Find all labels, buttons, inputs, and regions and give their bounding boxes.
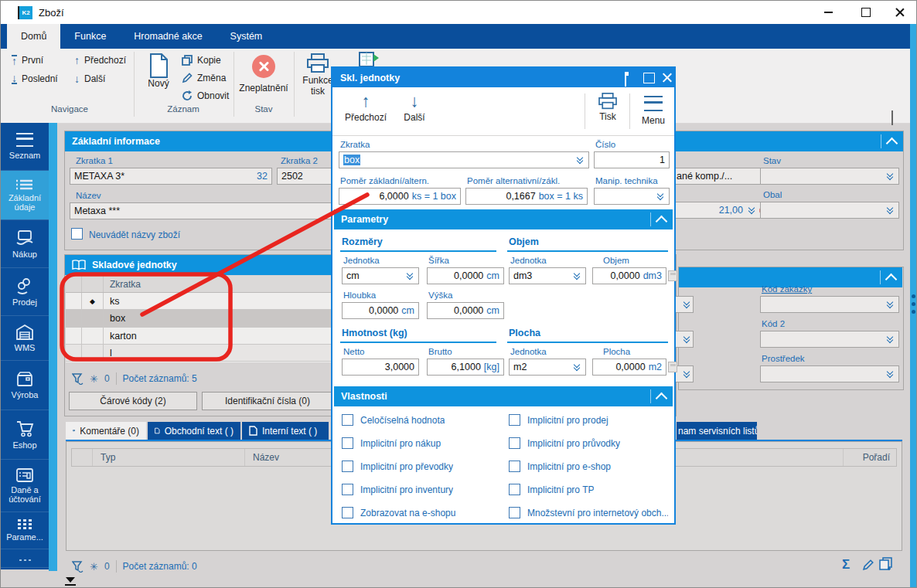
dropdown-arrow-icon[interactable]: [681, 370, 691, 379]
sidebar-item-parametry[interactable]: Parame...: [1, 512, 49, 549]
zkratka-input[interactable]: box: [339, 151, 589, 168]
freeze-filter-icon[interactable]: ✳: [90, 561, 98, 573]
checkbox-implicitni-pro-inventury[interactable]: [342, 484, 353, 495]
maximize-button[interactable]: [848, 1, 883, 24]
collapse-section-icon[interactable]: [656, 392, 668, 404]
ribbon-tab-funkce[interactable]: Funkce: [60, 24, 120, 49]
dropdown-arrow-icon[interactable]: [574, 156, 585, 165]
dialog-next-button[interactable]: ↓ Další: [397, 93, 431, 123]
komp-dropdown[interactable]: ané komp./...: [672, 168, 774, 185]
nav-next-button[interactable]: ↓Další: [74, 73, 105, 84]
sidebar-item-eshop[interactable]: Eshop: [1, 410, 49, 460]
sidebar-item-dane-a-uctovani[interactable]: Daně a účtování: [1, 460, 49, 512]
netto-field[interactable]: 3,0000: [342, 359, 419, 376]
sidebar-item-zakladni-udaje[interactable]: Základní údaje: [1, 171, 49, 220]
tab-interni-text[interactable]: Interní text ( ): [242, 422, 329, 440]
dialog-menu-button[interactable]: Menu: [637, 93, 670, 126]
plocha-field[interactable]: 0,0000 m2: [592, 359, 666, 376]
ribbon-collapse-button[interactable]: [891, 112, 893, 126]
collapse-section-icon[interactable]: [886, 137, 898, 149]
checkbox-implicitni-pro-pruvodky[interactable]: [509, 437, 520, 449]
dialog-titlebar[interactable]: Skl. jednotky: [332, 68, 674, 87]
ribbon-tab-system[interactable]: Systém: [216, 24, 277, 49]
edit-icon[interactable]: [862, 559, 874, 571]
dropdown-arrow-icon[interactable]: [404, 272, 414, 280]
sidebar-item-wms[interactable]: WMS: [1, 316, 49, 361]
dock-window-button[interactable]: [625, 72, 626, 87]
dropdown-arrow-icon[interactable]: [885, 172, 895, 181]
collapse-section-icon[interactable]: [656, 215, 668, 227]
new-record-button[interactable]: Nový: [141, 53, 176, 89]
sidebar-item-prodej[interactable]: Prodej: [1, 268, 49, 316]
splitter-dot[interactable]: [912, 302, 915, 306]
sidebar-item-partial[interactable]: [1, 549, 49, 568]
sirka-field[interactable]: 0,0000 cm: [427, 267, 504, 284]
vlastnosti-header[interactable]: Vlastnosti: [334, 386, 673, 406]
checkbox-celociselna-hodnota[interactable]: [342, 414, 353, 426]
dialog-maximize-button[interactable]: [643, 73, 655, 83]
splitter-dot[interactable]: [912, 294, 915, 298]
sidebar-scroll-down-icon[interactable]: [66, 577, 75, 583]
checkbox-implicitni-pro-prevodky[interactable]: [342, 461, 353, 472]
dropdown-arrow-icon[interactable]: [885, 206, 895, 215]
checkbox-zobrazovat-na-eshopu[interactable]: [342, 507, 353, 518]
filter-icon[interactable]: [72, 373, 84, 385]
dropdown-arrow-icon[interactable]: [571, 363, 581, 372]
filter-icon[interactable]: [72, 561, 84, 573]
pomer2-field[interactable]: 0,1667 box = 1 ks: [465, 188, 588, 205]
tab-komentare[interactable]: Komentáře (0): [66, 422, 146, 440]
ribbon-tab-hromadne-akce[interactable]: Hromadné akce: [120, 24, 216, 49]
tab-obchodni-text[interactable]: Obchodní text ( ): [148, 422, 240, 440]
ribbon-tab-domu[interactable]: Domů: [7, 24, 60, 49]
prostredek-dropdown[interactable]: [760, 365, 899, 382]
cislo-field[interactable]: 1: [594, 151, 670, 168]
nav-last-button[interactable]: ↓Poslední: [12, 73, 58, 84]
barcodes-button[interactable]: Čárové kódy (2): [69, 392, 197, 410]
plocha-jednotka-dropdown[interactable]: m2: [509, 359, 586, 376]
dropdown-arrow-icon[interactable]: [655, 192, 665, 201]
dropdown-arrow-icon[interactable]: [571, 272, 581, 280]
minimize-button[interactable]: [811, 1, 846, 24]
parametry-header[interactable]: Parametry: [334, 209, 673, 229]
objem-field[interactable]: 0,0000 dm3: [592, 267, 666, 284]
refresh-record-button[interactable]: Obnovit: [182, 90, 229, 101]
add-record-icon[interactable]: [879, 557, 893, 571]
dropdown-arrow-icon[interactable]: [681, 301, 691, 309]
checkbox-mnozstevni-pro-internetovy-obchod[interactable]: [509, 507, 520, 518]
checkbox-implicitni-pro-tp[interactable]: [509, 484, 520, 495]
neuvadet-nazvy-checkbox[interactable]: [71, 228, 83, 240]
freeze-filter-icon[interactable]: ✳: [90, 373, 98, 385]
checkbox-implicitni-pro-nakup[interactable]: [342, 437, 353, 449]
dialog-print-button[interactable]: Tisk: [592, 93, 623, 122]
hloubka-field[interactable]: 0,0000 cm: [342, 302, 419, 319]
tab-seznam-servisnich-listu[interactable]: nam servisních listů: [677, 422, 757, 440]
zkratka1-field[interactable]: METAXA 3* 32: [70, 168, 272, 185]
close-button[interactable]: [882, 1, 917, 24]
sidebar-item-nakup[interactable]: Nákup: [1, 220, 49, 268]
copy-record-button[interactable]: Kopie: [182, 55, 221, 66]
checkbox-implicitni-pro-prodej[interactable]: [509, 414, 520, 426]
dropdown-arrow-icon[interactable]: [885, 301, 895, 309]
kod2-dropdown[interactable]: [760, 331, 899, 348]
change-record-button[interactable]: Změna: [182, 73, 226, 83]
obal-dropdown[interactable]: [760, 202, 899, 219]
invalidate-button[interactable]: Zneplatnění: [237, 55, 290, 93]
dropdown-arrow-icon[interactable]: [746, 206, 756, 215]
nav-first-button[interactable]: ↑První: [12, 55, 43, 66]
collapse-section-icon[interactable]: [885, 273, 898, 285]
identification-numbers-button[interactable]: Identifikační čísla (0): [202, 392, 333, 410]
dropdown-arrow-icon[interactable]: [681, 335, 691, 344]
kod-zakazky-dropdown[interactable]: [760, 296, 899, 313]
stav-dropdown[interactable]: [760, 168, 899, 185]
dropdown-arrow-icon[interactable]: [885, 370, 895, 379]
pomer1-field[interactable]: 6,0000 ks = 1 box: [339, 188, 461, 205]
calculator-icon[interactable]: [668, 270, 677, 281]
column-header-typ[interactable]: Typ: [93, 452, 244, 463]
checkbox-implicitni-pro-eshop[interactable]: [509, 461, 520, 472]
sidebar-item-vyroba[interactable]: Výroba: [1, 361, 49, 410]
brutto-field[interactable]: 6,1000 [kg]: [427, 359, 504, 376]
calculator-icon[interactable]: [668, 362, 677, 372]
dropdown-arrow-icon[interactable]: [885, 335, 895, 344]
manip-technika-dropdown[interactable]: [594, 188, 670, 205]
rozmery-jednotka-dropdown[interactable]: cm: [342, 267, 419, 284]
